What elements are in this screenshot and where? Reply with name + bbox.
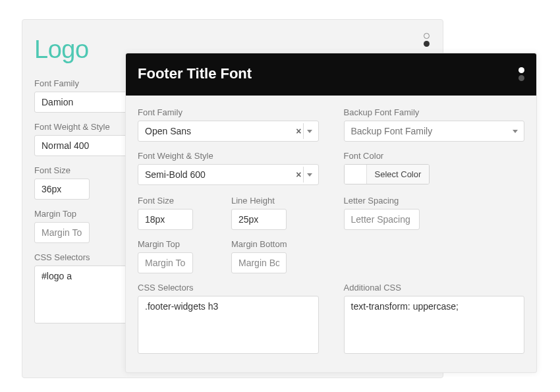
margin-bottom-input[interactable] <box>231 252 287 273</box>
font-family-select[interactable] <box>138 121 319 142</box>
font-family-label: Font Family <box>138 107 319 117</box>
margin-top-input[interactable] <box>34 222 90 243</box>
additional-css-textarea[interactable] <box>344 296 525 354</box>
font-weight-select[interactable] <box>138 164 319 185</box>
panel-toggle-dots-back[interactable] <box>424 33 430 47</box>
additional-css-label: Additional CSS <box>344 283 525 293</box>
panel-toggle-dots-front[interactable] <box>518 67 524 81</box>
dot-icon <box>424 41 430 47</box>
css-selectors-label: CSS Selectors <box>138 283 319 293</box>
letter-spacing-label: Letter Spacing <box>344 196 525 206</box>
margin-top-label: Margin Top <box>138 239 193 249</box>
font-size-input[interactable] <box>138 209 193 230</box>
dot-icon <box>518 67 524 73</box>
css-selectors-textarea[interactable] <box>138 296 319 354</box>
line-height-label: Line Height <box>231 196 287 206</box>
font-color-label: Font Color <box>344 151 525 161</box>
letter-spacing-input[interactable] <box>344 209 420 230</box>
footer-panel-header: Footer Title Font <box>126 53 536 96</box>
dot-icon <box>518 75 524 81</box>
footer-panel-title: Footer Title Font <box>138 65 252 82</box>
line-height-input[interactable] <box>231 209 287 230</box>
font-weight-label: Font Weight & Style <box>138 151 319 161</box>
margin-bottom-label: Margin Bottom <box>231 239 287 249</box>
dot-icon <box>424 33 430 39</box>
clear-icon[interactable]: × <box>296 169 301 180</box>
footer-title-font-panel: Footer Title Font Font Family × Backup F… <box>125 53 537 373</box>
backup-font-family-select[interactable] <box>344 121 525 142</box>
font-size-input[interactable] <box>34 179 90 200</box>
color-swatch <box>345 165 367 184</box>
font-size-label: Font Size <box>138 196 193 206</box>
margin-top-input[interactable] <box>138 252 193 273</box>
footer-panel-body: Font Family × Backup Font Family Font We… <box>126 96 536 372</box>
clear-icon[interactable]: × <box>296 126 301 136</box>
select-color-button[interactable]: Select Color <box>344 164 430 184</box>
backup-font-family-label: Backup Font Family <box>344 107 525 117</box>
select-color-label: Select Color <box>367 165 430 184</box>
